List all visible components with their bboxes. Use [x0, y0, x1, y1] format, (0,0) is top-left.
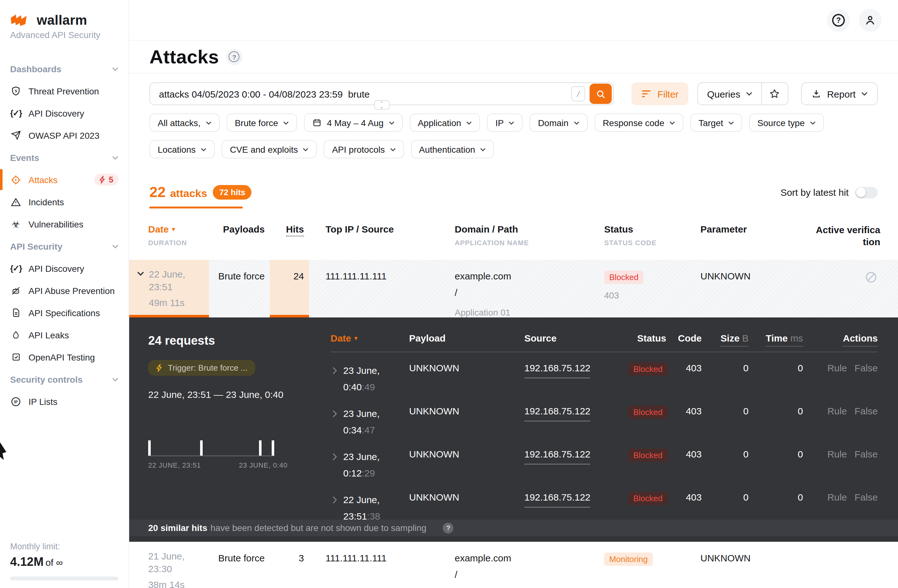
brand-logo[interactable]: wallarm — [0, 0, 129, 28]
chip-brute-force[interactable]: Brute force — [226, 114, 297, 132]
help-button[interactable]: ? — [827, 9, 850, 31]
hit-row-actions[interactable]: RuleFalse — [803, 482, 878, 525]
hits-column-time[interactable]: Time ms — [749, 332, 803, 352]
nav-section-events[interactable]: Events — [0, 146, 129, 169]
attack-hits[interactable]: 24 — [270, 260, 309, 317]
sidebar-item-api-abuse-prevention[interactable]: API Abuse Prevention — [0, 279, 129, 302]
nav-section-security-controls[interactable]: Security controls — [0, 368, 129, 390]
sidebar-item-threat-prevention[interactable]: Threat Prevention — [0, 80, 129, 102]
attack-date-cell[interactable]: 22 June, 23:51 49m 11s — [129, 260, 209, 317]
attack-active-verification-cell — [813, 260, 898, 317]
sort-toggle[interactable] — [855, 186, 878, 198]
chip-all-attacks[interactable]: All attacks, — [149, 114, 220, 132]
hits-column-size[interactable]: Size B — [702, 332, 749, 352]
attack-top-ip[interactable]: 111.111.11.111 — [309, 260, 451, 317]
hit-row-actions[interactable]: RuleFalse — [803, 439, 878, 482]
blocked-badge: Blocked — [627, 362, 669, 376]
hit-row-status: Blocked — [627, 352, 666, 396]
column-subheader-status-code: STATUS CODE — [604, 239, 697, 246]
hits-badge: 72 hits — [213, 185, 251, 200]
chip-api-protocols[interactable]: API protocols — [324, 140, 404, 159]
attack-domain-cell: example.com / Application 01 — [451, 260, 600, 317]
hit-row-date[interactable]: 22 June,23:51:38 — [331, 482, 409, 525]
search-input[interactable]: attacks 04/05/2023 0:00 - 04/08/2023 23:… — [149, 82, 614, 105]
attack-time: 23:51 — [149, 281, 172, 292]
chip-authentication[interactable]: Authentication — [411, 140, 494, 159]
column-header-date[interactable]: Date▼ DURATION — [129, 224, 209, 260]
attack-duration: 49m 11s — [149, 297, 185, 309]
nav-section-api-security[interactable]: API Security — [0, 235, 129, 257]
chip-ip[interactable]: IP — [487, 114, 523, 132]
chevron-right-icon[interactable] — [332, 367, 337, 396]
hits-column-code: Code — [666, 332, 702, 352]
verification-disabled-icon[interactable] — [864, 271, 878, 317]
attack-path[interactable]: / — [455, 287, 600, 298]
chevron-right-icon[interactable] — [332, 410, 337, 439]
attack-path[interactable]: / — [455, 569, 600, 580]
question-icon: ? — [832, 14, 845, 26]
hit-row-code: 403 — [666, 352, 702, 396]
hit-row-source[interactable]: 192.168.75.122 — [524, 352, 627, 396]
attack-date-cell[interactable]: 21 June, 23:30 38m 14s — [129, 542, 209, 588]
trigger-badge[interactable]: Trigger: Brute force ... — [148, 360, 255, 376]
hit-row-source[interactable]: 192.168.75.122 — [524, 482, 627, 525]
hits-column-date[interactable]: Date▼ — [331, 332, 409, 352]
sidebar-item-owasp-api-2023[interactable]: OWASP API 2023 — [0, 124, 129, 146]
user-button[interactable] — [859, 9, 881, 31]
hit-row-date[interactable]: 23 June,0:12:29 — [331, 439, 409, 482]
slash-shortcut-key: / — [571, 86, 585, 102]
tab-attacks-count[interactable]: 22 attacks — [149, 184, 207, 201]
chip-domain[interactable]: Domain — [530, 114, 588, 132]
attack-payload[interactable]: Brute force — [209, 542, 270, 588]
attack-row-collapsed[interactable]: 21 June, 23:30 38m 14s Brute force 3 111… — [129, 542, 898, 588]
nav-section-dashboards[interactable]: Dashboards — [0, 58, 129, 80]
attack-top-ip[interactable]: 111.111.11.111 — [309, 542, 451, 588]
sidebar-item-api-leaks[interactable]: API Leaks — [0, 324, 129, 346]
page-help-button[interactable]: ? — [226, 48, 243, 65]
chip-application[interactable]: Application — [409, 114, 480, 132]
queries-button[interactable]: Queries — [698, 83, 761, 105]
hit-row-date[interactable]: 23 June,0:34:47 — [331, 396, 409, 439]
column-header-status: Status STATUS CODE — [600, 224, 697, 260]
hit-row-actions[interactable]: RuleFalse — [803, 352, 878, 396]
favorite-button[interactable] — [761, 83, 788, 105]
filter-button[interactable]: Filter — [631, 82, 689, 105]
hit-row-date[interactable]: 23 June,0:40:49 — [331, 352, 409, 396]
report-button[interactable]: Report — [801, 82, 878, 105]
sidebar-item-ip-lists[interactable]: IP IP Lists — [0, 390, 129, 413]
chip-response-code[interactable]: Response code — [594, 114, 683, 132]
sidebar-item-incidents[interactable]: Incidents — [0, 191, 129, 213]
main-content: ? Attacks ? attacks 04/05/2023 0:00 - 04… — [129, 0, 898, 588]
chevron-down-icon[interactable] — [137, 271, 145, 315]
column-header-hits[interactable]: Hits — [270, 224, 309, 260]
column-header-top-ip: Top IP / Source — [309, 224, 451, 260]
braces-check-icon: {✓} — [10, 263, 22, 274]
question-icon[interactable]: ? — [443, 522, 454, 533]
hit-row-source[interactable]: 192.168.75.122 — [524, 439, 627, 482]
attack-domain[interactable]: example.com — [455, 553, 600, 563]
hit-row-code: 403 — [666, 439, 702, 482]
hit-row-source[interactable]: 192.168.75.122 — [524, 396, 627, 439]
sidebar-item-attacks[interactable]: Attacks 5 — [0, 169, 129, 191]
attack-domain-cell: example.com / Application 01 — [451, 542, 600, 588]
hit-row-actions[interactable]: RuleFalse — [803, 396, 878, 439]
chip-date-range[interactable]: 4 May – 4 Aug — [304, 114, 403, 132]
attack-domain[interactable]: example.com — [455, 271, 600, 281]
attack-payload[interactable]: Brute force — [209, 260, 270, 317]
hits-column-actions[interactable]: Actions — [803, 332, 878, 352]
chevron-right-icon[interactable] — [332, 453, 337, 482]
search-button[interactable] — [590, 84, 612, 104]
chip-locations[interactable]: Locations — [149, 140, 215, 159]
sidebar-item-openapi-testing[interactable]: OpenAPI Testing — [0, 346, 129, 368]
sidebar-item-api-discovery-2[interactable]: {✓} API Discovery — [0, 257, 129, 279]
attack-hits[interactable]: 3 — [270, 542, 309, 588]
search-expander-handle[interactable]: ⌃⌄ — [374, 100, 389, 109]
chip-cve-and-exploits[interactable]: CVE and exploits — [221, 140, 317, 159]
sidebar-item-api-specifications[interactable]: API Specifications — [0, 302, 129, 324]
sidebar-item-api-discovery[interactable]: {✓} API Discovery — [0, 102, 129, 124]
chip-target[interactable]: Target — [690, 114, 742, 132]
search-query-text[interactable]: attacks 04/05/2023 0:00 - 04/08/2023 23:… — [159, 88, 571, 99]
sidebar-item-vulnerabilities[interactable]: ☣ Vulnerabilities — [0, 213, 129, 235]
chip-source-type[interactable]: Source type — [749, 114, 824, 132]
attack-row-expanded[interactable]: 22 June, 23:51 49m 11s Brute force 24 11… — [129, 260, 898, 317]
